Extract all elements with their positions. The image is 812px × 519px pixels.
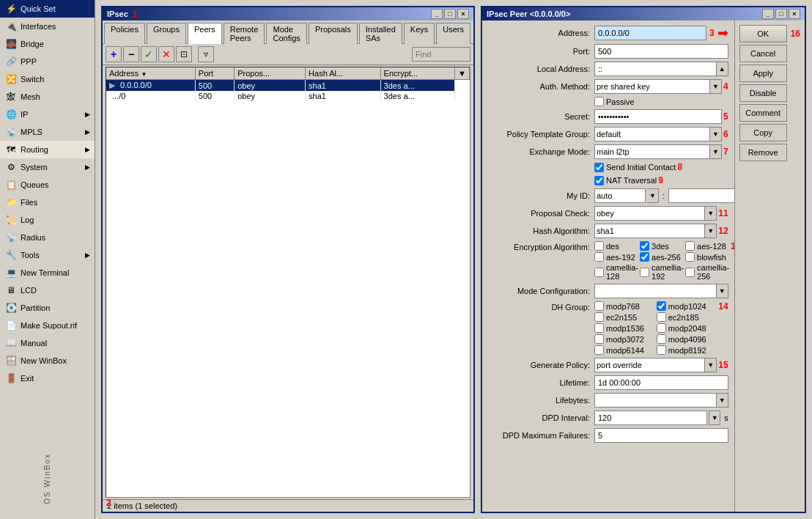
camellia128-checkbox[interactable] xyxy=(594,268,604,277)
my-id-select[interactable]: auto xyxy=(594,188,646,203)
col-port[interactable]: Port xyxy=(195,67,234,80)
generate-policy-select[interactable]: port override xyxy=(594,358,705,372)
modp8192-checkbox[interactable] xyxy=(657,345,666,355)
col-address[interactable]: Address ▼ xyxy=(106,67,195,80)
tab-policies[interactable]: Policies xyxy=(104,23,145,44)
tab-keys[interactable]: Keys xyxy=(404,23,435,44)
proposal-check-arrow[interactable]: ▼ xyxy=(705,206,717,221)
passive-checkbox[interactable] xyxy=(594,97,604,106)
tab-remote-peers[interactable]: Remote Peers xyxy=(224,23,265,44)
tab-installed-sas[interactable]: Installed SAs xyxy=(359,23,402,44)
modp768-checkbox[interactable] xyxy=(594,301,604,311)
table-row[interactable]: .../0 500 obey sha1 3des a... xyxy=(106,91,470,101)
exchange-mode-select[interactable]: main l2tp xyxy=(594,144,710,159)
cancel-button[interactable]: Cancel xyxy=(739,45,787,62)
tab-mode-configs[interactable]: Mode Configs xyxy=(266,23,306,44)
col-proposals[interactable]: Propos... xyxy=(235,67,306,80)
ipsec-minimize-button[interactable]: _ xyxy=(431,9,443,19)
sidebar-item-mesh[interactable]: 🕸 Mesh xyxy=(0,88,95,106)
sidebar-item-queues[interactable]: 📋 Queues xyxy=(0,176,95,194)
des3-checkbox[interactable] xyxy=(640,241,649,251)
generate-policy-arrow[interactable]: ▼ xyxy=(705,358,717,372)
local-address-scroll[interactable]: ▲ xyxy=(717,62,728,76)
dpd-interval-input[interactable] xyxy=(594,411,707,425)
policy-template-arrow[interactable]: ▼ xyxy=(710,127,722,141)
local-address-input[interactable] xyxy=(594,62,717,76)
disable-button[interactable]: ✕ xyxy=(158,46,174,62)
sidebar-item-files[interactable]: 📁 Files xyxy=(0,194,95,211)
dpd-interval-arrow[interactable]: ▼ xyxy=(709,411,720,425)
table-row[interactable]: ▶ 0.0.0.0/0 500 obey sha1 3des a... xyxy=(106,80,470,92)
lifebytes-arrow[interactable]: ▼ xyxy=(717,393,728,408)
tab-proposals[interactable]: Proposals xyxy=(309,23,358,44)
camellia192-checkbox[interactable] xyxy=(640,268,649,277)
ec2n185-checkbox[interactable] xyxy=(657,312,666,322)
col-expand[interactable]: ▼ xyxy=(455,67,470,80)
remove-button[interactable]: − xyxy=(123,46,139,62)
sidebar-item-radius[interactable]: 📡 Radius xyxy=(0,229,95,246)
sidebar-item-lcd[interactable]: 🖥 LCD xyxy=(0,281,95,299)
tab-peers[interactable]: Peers xyxy=(188,23,222,44)
modp2048-checkbox[interactable] xyxy=(657,323,666,333)
aes256-checkbox[interactable] xyxy=(640,252,649,262)
col-encrypt[interactable]: Encrypt... xyxy=(380,67,454,80)
sidebar-item-ppp[interactable]: 🔗 PPP xyxy=(0,53,95,70)
auth-method-arrow[interactable]: ▼ xyxy=(710,79,722,94)
sidebar-item-interfaces[interactable]: 🔌 Interfaces xyxy=(0,18,95,35)
mode-config-arrow[interactable]: ▼ xyxy=(717,284,728,298)
auth-method-select[interactable]: pre shared key xyxy=(594,79,710,94)
modp6144-checkbox[interactable] xyxy=(594,345,604,355)
filter-button[interactable]: ▿ xyxy=(198,46,214,62)
sidebar-item-mpls[interactable]: 📡 MPLS ▶ xyxy=(0,123,95,141)
sidebar-item-make-supout[interactable]: 📄 Make Supout.rif xyxy=(0,317,95,334)
sidebar-item-ip[interactable]: 🌐 IP ▶ xyxy=(0,106,95,123)
hash-algo-arrow[interactable]: ▼ xyxy=(705,224,717,238)
peer-close-button[interactable]: × xyxy=(789,9,800,19)
port-input[interactable] xyxy=(594,44,728,59)
sidebar-item-tools[interactable]: 🔧 Tools ▶ xyxy=(0,246,95,264)
sidebar-item-exit[interactable]: 🚪 Exit xyxy=(0,369,95,387)
lifetime-input[interactable] xyxy=(594,375,728,390)
disable-button[interactable]: Disable xyxy=(739,84,787,102)
ec2n155-checkbox[interactable] xyxy=(594,312,604,322)
sidebar-item-manual[interactable]: 📖 Manual xyxy=(0,334,95,352)
sidebar-item-system[interactable]: ⚙ System ▶ xyxy=(0,158,95,176)
sidebar-item-bridge[interactable]: 🌉 Bridge xyxy=(0,35,95,53)
find-input[interactable] xyxy=(412,47,470,62)
sidebar-item-partition[interactable]: 💽 Partition xyxy=(0,299,95,317)
tab-groups[interactable]: Groups xyxy=(147,23,186,44)
modp3072-checkbox[interactable] xyxy=(594,334,604,344)
remove-peer-button[interactable]: Remove xyxy=(739,144,787,161)
mode-config-input[interactable] xyxy=(594,284,717,298)
lifebytes-input[interactable] xyxy=(594,393,717,408)
copy-button[interactable]: ⊡ xyxy=(176,46,192,62)
dpd-max-failures-input[interactable] xyxy=(594,428,728,443)
proposal-check-select[interactable]: obey xyxy=(594,206,705,221)
sidebar-item-quick-set[interactable]: ⚡ Quick Set xyxy=(0,0,95,18)
sidebar-item-log[interactable]: 📜 Log xyxy=(0,211,95,229)
exchange-mode-arrow[interactable]: ▼ xyxy=(710,144,722,159)
comment-button[interactable]: Comment xyxy=(739,104,787,122)
peer-minimize-button[interactable]: _ xyxy=(762,9,774,19)
hash-algo-select[interactable]: sha1 xyxy=(594,224,705,238)
sidebar-item-new-terminal[interactable]: 💻 New Terminal xyxy=(0,264,95,281)
modp4096-checkbox[interactable] xyxy=(657,334,666,344)
des-checkbox[interactable] xyxy=(594,241,604,251)
sidebar-item-new-winbox[interactable]: 🪟 New WinBox xyxy=(0,352,95,369)
modp1536-checkbox[interactable] xyxy=(594,323,604,333)
enable-button[interactable]: ✓ xyxy=(141,46,157,62)
blowfish-checkbox[interactable] xyxy=(685,252,695,262)
camellia256-checkbox[interactable] xyxy=(685,268,695,277)
apply-button[interactable]: Apply xyxy=(739,65,787,82)
ipsec-maximize-button[interactable]: □ xyxy=(444,9,456,19)
copy-peer-button[interactable]: Copy xyxy=(739,124,787,141)
sidebar-item-switch[interactable]: 🔀 Switch xyxy=(0,70,95,88)
ipsec-close-button[interactable]: × xyxy=(457,9,469,19)
address-input[interactable] xyxy=(594,26,706,40)
my-id-value[interactable] xyxy=(668,188,734,203)
send-initial-checkbox[interactable] xyxy=(594,163,604,172)
sidebar-item-routing[interactable]: 🗺 Routing ▶ xyxy=(0,141,95,158)
aes128-checkbox[interactable] xyxy=(685,241,695,251)
add-button[interactable]: + xyxy=(106,46,122,62)
modp1024-checkbox[interactable] xyxy=(657,301,666,311)
